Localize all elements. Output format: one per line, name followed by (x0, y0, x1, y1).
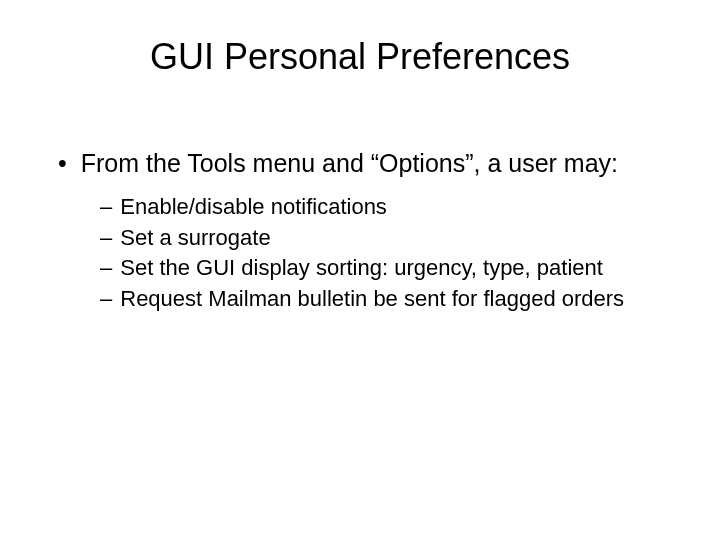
main-bullet: • From the Tools menu and “Options”, a u… (58, 148, 670, 179)
dash-icon: – (100, 254, 112, 283)
subitem-text: Set the GUI display sorting: urgency, ty… (120, 254, 670, 283)
list-item: – Set a surrogate (100, 224, 670, 253)
slide-container: GUI Personal Preferences • From the Tool… (0, 0, 720, 540)
slide-title: GUI Personal Preferences (50, 36, 670, 78)
list-item: – Set the GUI display sorting: urgency, … (100, 254, 670, 283)
list-item: – Enable/disable notifications (100, 193, 670, 222)
dash-icon: – (100, 285, 112, 314)
main-bullet-text: From the Tools menu and “Options”, a use… (81, 148, 670, 179)
bullet-marker-icon: • (58, 148, 67, 179)
subitem-text: Enable/disable notifications (120, 193, 670, 222)
subitem-text: Set a surrogate (120, 224, 670, 253)
dash-icon: – (100, 193, 112, 222)
subitem-text: Request Mailman bulletin be sent for fla… (120, 285, 670, 314)
list-item: – Request Mailman bulletin be sent for f… (100, 285, 670, 314)
dash-icon: – (100, 224, 112, 253)
subitem-list: – Enable/disable notifications – Set a s… (100, 193, 670, 313)
